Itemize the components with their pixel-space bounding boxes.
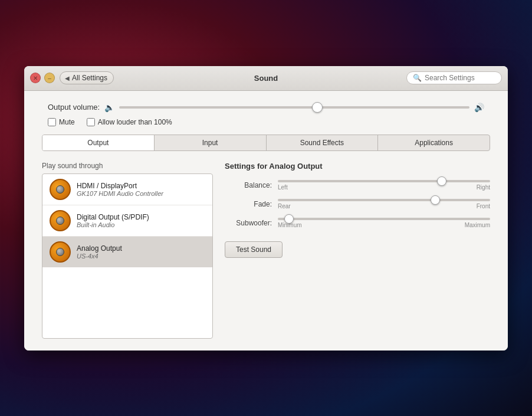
tab-applications[interactable]: Applications [378,135,490,150]
balance-slider-wrap: Left Right [278,180,490,191]
all-settings-label: All Settings [72,74,107,82]
tab-input[interactable]: Input [155,135,267,150]
search-icon: 🔍 [413,74,422,82]
volume-row: Output volume: 🔈 🔊 [42,103,490,112]
tabs-row: Output Input Sound Effects Applications [42,135,490,151]
tab-output[interactable]: Output [42,135,155,150]
balance-slider-labels: Left Right [278,184,490,191]
device-sub-hdmi: GK107 HDMI Audio Controller [77,190,205,197]
device-info-analog: Analog Output US-4x4 [77,244,205,260]
subwoofer-slider-labels: Minimum Maximum [278,222,490,228]
volume-slider-thumb[interactable] [312,102,323,113]
device-item-analog[interactable]: Analog Output US-4x4 [42,237,212,267]
device-item-hdmi[interactable]: HDMI / DisplayPort GK107 HDMI Audio Cont… [42,174,212,205]
mute-checkbox-label[interactable]: Mute [48,118,75,126]
balance-row: Balance: Left Right [225,180,490,191]
louder-checkbox[interactable] [87,118,95,126]
fade-slider-wrap: Rear Front [278,199,490,209]
device-sub-analog: US-4x4 [77,253,205,260]
right-panel-title: Settings for Analog Output [225,162,490,171]
fade-label: Fade: [225,200,272,208]
balance-label: Balance: [225,181,272,189]
volume-slider-track[interactable] [119,106,469,109]
volume-high-icon: 🔊 [474,103,484,112]
close-button[interactable]: ✕ [30,73,41,83]
minimize-icon: – [48,75,51,81]
device-icon-hdmi [50,179,71,200]
subwoofer-slider-thumb[interactable] [284,214,294,224]
balance-slider-track[interactable] [278,180,490,182]
right-panel: Settings for Analog Output Balance: Left… [225,162,490,339]
checkboxes-row: Mute Allow louder than 100% [42,118,490,126]
fade-slider-track[interactable] [278,199,490,201]
minimize-button[interactable]: – [44,73,55,83]
subwoofer-label: Subwoofer: [225,219,272,227]
subwoofer-slider-wrap: Minimum Maximum [278,218,490,228]
close-icon: ✕ [33,75,38,81]
balance-left-label: Left [278,184,288,191]
window-title: Sound [254,74,278,83]
device-icon-digital [50,210,71,231]
volume-label: Output volume: [48,103,100,112]
device-name-analog: Analog Output [77,244,205,253]
balance-right-label: Right [477,184,490,191]
main-area: Play sound through HDMI / DisplayPort GK… [42,162,490,339]
search-input[interactable] [425,74,495,82]
subwoofer-right-label: Maximum [465,222,490,228]
device-item-digital[interactable]: Digital Output (S/PDIF) Built-in Audio [42,205,212,237]
subwoofer-row: Subwoofer: Minimum Maximum [225,218,490,228]
fade-slider-thumb[interactable] [431,195,440,205]
device-list: HDMI / DisplayPort GK107 HDMI Audio Cont… [42,173,213,339]
search-box[interactable]: 🔍 [406,71,502,84]
louder-label: Allow louder than 100% [98,118,172,126]
device-name-digital: Digital Output (S/PDIF) [77,213,205,221]
titlebar: ✕ – ◀ All Settings Sound 🔍 [24,66,508,91]
tab-sound-effects[interactable]: Sound Effects [267,135,379,150]
fade-row: Fade: Rear Front [225,199,490,209]
left-panel: Play sound through HDMI / DisplayPort GK… [42,162,213,339]
fade-left-label: Rear [278,203,291,209]
mute-checkbox[interactable] [48,118,56,126]
left-panel-title: Play sound through [42,162,213,170]
device-info-digital: Digital Output (S/PDIF) Built-in Audio [77,213,205,228]
all-settings-button[interactable]: ◀ All Settings [60,71,114,84]
window-content: Output volume: 🔈 🔊 Mute Allow louder tha… [24,91,508,351]
window-controls: ✕ – [30,73,55,83]
device-sub-digital: Built-in Audio [77,221,205,228]
louder-checkbox-label[interactable]: Allow louder than 100% [87,118,172,126]
fade-slider-labels: Rear Front [278,203,490,209]
back-icon: ◀ [65,75,70,81]
device-icon-analog [50,241,71,263]
test-sound-button[interactable]: Test Sound [225,241,283,258]
balance-slider-thumb[interactable] [437,176,446,186]
subwoofer-slider-track[interactable] [278,218,490,220]
fade-right-label: Front [477,203,490,209]
sound-settings-window: ✕ – ◀ All Settings Sound 🔍 Output volume… [24,66,508,351]
device-info-hdmi: HDMI / DisplayPort GK107 HDMI Audio Cont… [77,182,205,197]
mute-label: Mute [59,118,75,126]
device-name-hdmi: HDMI / DisplayPort [77,182,205,190]
volume-low-icon: 🔈 [104,103,114,112]
